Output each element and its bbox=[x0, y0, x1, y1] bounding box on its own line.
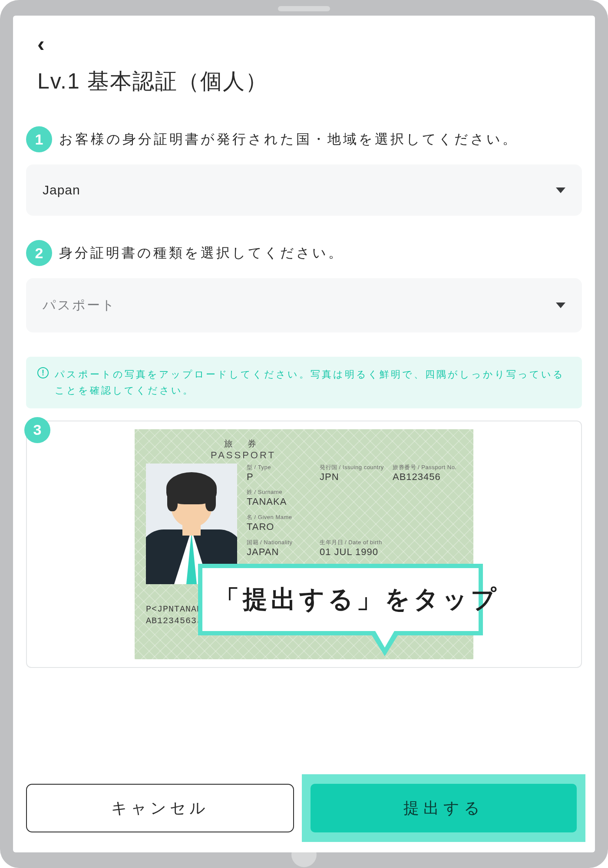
upload-info-text: パスポートの写真をアップロードしてください。写真は明るく鮮明で、四隅がしっかり写… bbox=[55, 366, 571, 399]
info-icon: ! bbox=[37, 367, 49, 378]
country-select[interactable]: Japan bbox=[26, 164, 582, 216]
pp-nat-value: JAPAN bbox=[247, 546, 316, 558]
submit-callout: 「提出する」をタップ bbox=[198, 564, 483, 635]
passport-preview: 旅 券 PASSPORT 型 / TypeP 発行国 / Issuin bbox=[135, 429, 473, 659]
passport-title-en: PASSPORT bbox=[24, 450, 462, 461]
step-2-label: 身分証明書の種類を選択してください。 bbox=[59, 244, 344, 262]
passport-upload-area[interactable]: 3 旅 券 PASSPORT 型 / TypeP bbox=[26, 421, 582, 668]
country-select-value: Japan bbox=[43, 183, 80, 197]
pp-type-value: P bbox=[247, 471, 316, 483]
page-title: Lv.1 基本認証（個人） bbox=[37, 67, 582, 96]
pp-number-value: AB123456 bbox=[393, 471, 462, 483]
pp-surname-value: TANAKA bbox=[247, 496, 462, 507]
passport-title-jp: 旅 券 bbox=[24, 438, 462, 450]
back-button[interactable]: ‹ bbox=[37, 33, 45, 55]
pp-surname-label: 姓 / Surname bbox=[247, 488, 462, 496]
tablet-frame: ‹ Lv.1 基本認証（個人） 1 お客様の身分証明書が発行された国・地域を選択… bbox=[0, 0, 608, 868]
callout-tail-icon bbox=[369, 631, 400, 656]
step-2-badge: 2 bbox=[26, 240, 52, 266]
step-1-row: 1 お客様の身分証明書が発行された国・地域を選択してください。 bbox=[26, 126, 582, 152]
caret-down-icon bbox=[556, 302, 565, 308]
submit-highlight: 提出する bbox=[302, 774, 585, 842]
tablet-speaker bbox=[278, 6, 330, 11]
step-2-row: 2 身分証明書の種類を選択してください。 bbox=[26, 240, 582, 266]
pp-country-label: 発行国 / Issuing country bbox=[320, 464, 389, 471]
pp-type-label: 型 / Type bbox=[247, 464, 316, 471]
pp-nat-label: 国籍 / Nationality bbox=[247, 539, 316, 546]
submit-callout-text: 「提出する」をタップ bbox=[215, 583, 466, 616]
pp-given-label: 名 / Given Mame bbox=[247, 513, 462, 521]
step-1-badge: 1 bbox=[26, 126, 52, 152]
pp-given-value: TARO bbox=[247, 521, 462, 533]
doc-type-select[interactable]: パスポート bbox=[26, 278, 582, 332]
cancel-button[interactable]: キャンセル bbox=[26, 784, 294, 832]
pp-country-value: JPN bbox=[320, 471, 389, 483]
pp-number-label: 旅券番号 / Passport No. bbox=[393, 464, 462, 471]
submit-button[interactable]: 提出する bbox=[311, 784, 577, 832]
chevron-left-icon: ‹ bbox=[37, 32, 45, 56]
action-buttons: キャンセル 提出する bbox=[26, 784, 582, 832]
app-screen: ‹ Lv.1 基本認証（個人） 1 お客様の身分証明書が発行された国・地域を選択… bbox=[13, 16, 595, 852]
pp-dob-label: 生年月日 / Date of birth bbox=[320, 539, 462, 546]
step-1-label: お客様の身分証明書が発行された国・地域を選択してください。 bbox=[59, 130, 518, 148]
upload-info-banner: ! パスポートの写真をアップロードしてください。写真は明るく鮮明で、四隅がしっか… bbox=[26, 357, 582, 408]
doc-type-select-value: パスポート bbox=[43, 296, 116, 314]
pp-dob-value: 01 JUL 1990 bbox=[320, 546, 462, 558]
caret-down-icon bbox=[556, 187, 565, 193]
